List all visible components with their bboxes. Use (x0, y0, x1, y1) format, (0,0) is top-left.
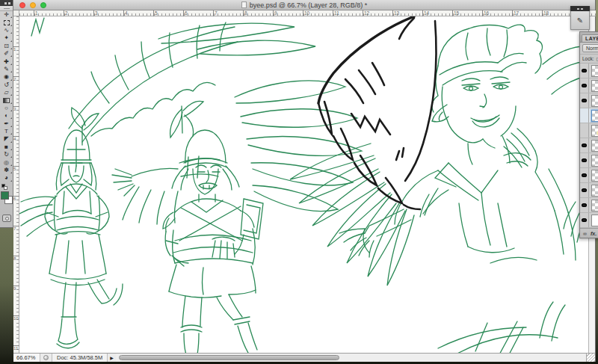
layer-row[interactable] (580, 183, 598, 198)
layer-thumbnail[interactable] (591, 185, 598, 197)
blend-mode-select[interactable]: Normal (582, 44, 598, 52)
clone-stamp-tool[interactable]: ◉ (0, 73, 13, 81)
eyedropper-tool[interactable]: ✐ (0, 50, 13, 58)
rectangle-tool[interactable]: ■ (0, 144, 13, 151)
3d-orbit-tool[interactable]: ◎ (0, 158, 13, 166)
layer-thumbnail[interactable] (591, 215, 598, 226)
horizontal-scrollbar[interactable] (116, 354, 586, 362)
green-sketch-lines (19, 18, 589, 353)
eraser-tool[interactable]: ▱ (0, 89, 13, 96)
layer-row[interactable] (580, 78, 598, 93)
layer-thumbnail[interactable] (591, 65, 598, 77)
layers-panel-tabbar: LAYERS (580, 32, 598, 43)
ruler-number: 11 (333, 10, 339, 16)
tab-layers[interactable]: LAYERS (582, 34, 598, 42)
ruler-number: 1 (13, 46, 19, 52)
dodge-tool-icon: ◐ (4, 113, 8, 119)
status-menu-arrow-icon[interactable]: ▶ (108, 355, 116, 360)
canvas-area[interactable] (19, 16, 589, 353)
ruler-number: 10 (13, 315, 19, 321)
close-button[interactable] (19, 2, 25, 8)
gradient-tool[interactable] (0, 96, 13, 104)
layer-thumbnail[interactable] (591, 110, 598, 122)
path-selection-tool-icon: ◤ (4, 136, 8, 142)
layer-visibility-eye-icon[interactable] (580, 153, 589, 167)
history-brush-tool-icon: ↺ (4, 82, 9, 88)
layer-visibility-eye-icon[interactable] (580, 213, 589, 227)
layer-visibility-eye-icon[interactable] (580, 168, 589, 182)
layer-visibility-empty[interactable] (580, 123, 589, 138)
rectangle-tool-icon: ■ (4, 144, 8, 150)
layer-visibility-eye-icon[interactable] (580, 183, 589, 197)
ruler-number: 14 (422, 10, 429, 16)
ruler-number: 3 (93, 10, 98, 16)
layer-thumbnail[interactable] (591, 200, 598, 212)
magic-wand-tool[interactable]: ✦ (0, 34, 13, 42)
dodge-tool[interactable]: ◐ (0, 112, 13, 120)
quick-mask-button[interactable] (2, 215, 11, 222)
window-resize-grip[interactable] (586, 354, 595, 362)
layer-thumbnail[interactable] (591, 95, 598, 107)
lock-row: Lock: ▢ ✎ (580, 55, 598, 64)
layer-thumbnail[interactable] (591, 80, 598, 92)
layer-row[interactable] (580, 213, 598, 228)
type-tool[interactable]: T (0, 128, 13, 135)
layer-visibility-eye-icon[interactable] (580, 198, 589, 212)
hand-tool[interactable]: ✽ (0, 167, 13, 174)
layer-thumbnail[interactable] (591, 170, 598, 182)
link-layers-icon[interactable]: ∞ (583, 231, 587, 236)
tools-palette-header[interactable] (0, 0, 13, 6)
layer-row[interactable] (580, 138, 598, 153)
ruler-number: 6 (13, 196, 19, 202)
rectangular-marquee-tool[interactable] (0, 19, 13, 26)
ruler-number: 2 (13, 76, 19, 82)
eye-icon (582, 203, 587, 207)
layer-row[interactable] (580, 93, 598, 108)
layer-row[interactable] (580, 153, 598, 168)
horizontal-scrollbar-thumb[interactable] (119, 355, 339, 360)
crop-tool[interactable]: ⊡ (0, 43, 13, 50)
layer-row[interactable] (580, 198, 598, 213)
brushes-panel-icon: ✎ (577, 16, 583, 25)
brushes-panel-button[interactable]: ✎ (570, 11, 590, 30)
move-tool-icon: ✛ (4, 12, 9, 18)
spot-healing-brush-tool[interactable]: ✚ (0, 58, 13, 65)
zoom-tool[interactable]: ◕ (0, 174, 13, 182)
layer-row[interactable] (580, 168, 598, 183)
zoom-percentage-field[interactable]: 66.67% (13, 354, 40, 362)
layer-visibility-empty[interactable] (580, 108, 589, 123)
zoom-tool-icon: ◕ (4, 175, 8, 181)
3d-rotate-tool[interactable]: ↻ (0, 151, 13, 158)
layer-visibility-eye-icon[interactable] (580, 138, 589, 152)
vertical-ruler: 1234567891011 (13, 16, 19, 353)
blur-tool[interactable]: ○ (0, 105, 13, 112)
layer-thumbnail[interactable] (591, 125, 598, 137)
ruler-number: 13 (392, 10, 399, 16)
layer-thumbnail[interactable] (591, 140, 598, 152)
move-tool[interactable]: ✛ (0, 11, 13, 19)
layer-row[interactable] (580, 108, 598, 123)
layer-row[interactable] (580, 123, 598, 138)
tools-palette-grip[interactable] (0, 6, 13, 11)
ruler-number: 11 (13, 345, 19, 351)
pen-tool[interactable]: ✒ (0, 120, 13, 127)
window-titlebar[interactable]: byee.psd @ 66.7% (Layer 28, RGB/8) * (13, 0, 595, 10)
status-bar: 66.67% Doc: 45.3M/58.5M ▶ (13, 353, 595, 362)
layer-visibility-eye-icon[interactable] (580, 64, 589, 78)
document-size-info[interactable]: Doc: 45.3M/58.5M (52, 354, 108, 362)
history-brush-tool[interactable]: ↺ (0, 81, 13, 89)
minimize-button[interactable] (30, 2, 36, 8)
collapsed-panel-header[interactable] (570, 6, 590, 11)
layer-visibility-eye-icon[interactable] (580, 93, 589, 108)
zoom-window-button[interactable] (40, 2, 46, 8)
layer-visibility-eye-icon[interactable] (580, 78, 589, 93)
layer-row[interactable] (580, 64, 598, 78)
foreground-color-swatch[interactable] (1, 191, 9, 200)
layers-panel: LAYERS Normal Lock: ▢ ✎ ∞ fx. (579, 31, 598, 238)
lasso-tool[interactable]: ∿ (0, 27, 13, 34)
brush-tool[interactable]: ✎ (0, 66, 13, 73)
layer-styles-icon[interactable]: fx. (591, 231, 597, 236)
layer-thumbnail[interactable] (591, 155, 598, 167)
ruler-number: 15 (452, 10, 459, 16)
path-selection-tool[interactable]: ◤ (0, 135, 13, 143)
